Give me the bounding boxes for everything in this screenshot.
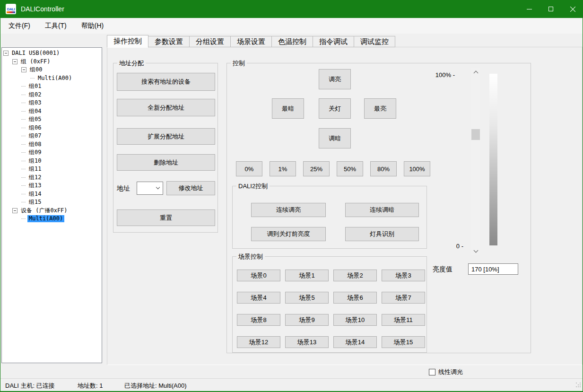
scene-button[interactable]: 场景14 (333, 336, 377, 348)
tree-node-label[interactable]: 设备 (广播0xFF) (19, 207, 69, 214)
tree-node-label[interactable]: 组 (0xFF) (19, 58, 52, 65)
tab-item[interactable]: 场景设置 (231, 36, 272, 47)
tree-node[interactable]: 组04 (2, 107, 102, 116)
tree-node[interactable]: 设备 (广播0xFF) (2, 207, 102, 215)
scene-button[interactable]: 场景0 (237, 270, 280, 281)
linear-dimming-checkbox[interactable] (429, 369, 435, 375)
menu-item[interactable]: 文件(F) (2, 19, 37, 33)
tree-node[interactable]: 组08 (2, 140, 102, 149)
modify-address-button[interactable]: 修改地址 (166, 181, 215, 195)
scene-button[interactable]: 场景3 (382, 270, 425, 281)
scene-button[interactable]: 场景1 (285, 270, 329, 281)
scroll-up-button[interactable] (471, 68, 480, 76)
tree-node[interactable]: 组14 (2, 190, 102, 199)
scene-button[interactable]: 场景13 (285, 336, 329, 348)
tree-node-label[interactable]: 组01 (27, 83, 43, 90)
scene-button[interactable]: 场景8 (237, 314, 280, 326)
delete-address-button[interactable]: 删除地址 (117, 154, 215, 171)
percent-button[interactable]: 0% (236, 161, 262, 176)
tree-node-label[interactable]: 组05 (27, 116, 43, 123)
scene-button[interactable]: 场景2 (333, 270, 377, 281)
tree-node[interactable]: 组03 (2, 99, 102, 107)
tree-node[interactable]: 组10 (2, 157, 102, 166)
tree-node-label[interactable]: 组14 (27, 191, 43, 198)
maximize-button[interactable] (540, 0, 562, 18)
tree-collapse-icon[interactable] (12, 208, 17, 213)
tree-collapse-icon[interactable] (21, 67, 26, 72)
percent-button[interactable]: 80% (370, 161, 397, 176)
scene-button[interactable]: 场景11 (382, 314, 425, 326)
tree-node[interactable]: 组07 (2, 132, 102, 140)
tree-node-label[interactable]: 组15 (27, 199, 43, 206)
tree-node-label[interactable]: 组04 (27, 108, 43, 115)
tab-item[interactable]: 色温控制 (272, 36, 313, 47)
percent-button[interactable]: 1% (270, 161, 296, 176)
tree-node[interactable]: 组01 (2, 82, 102, 91)
tree-node[interactable]: 组12 (2, 174, 102, 182)
tree-node-label[interactable]: 组08 (27, 141, 43, 148)
light-off-button[interactable]: 关灯 (319, 98, 351, 119)
percent-button[interactable]: 100% (404, 161, 430, 176)
tree-node[interactable]: 组06 (2, 124, 102, 132)
tab-item[interactable]: 操作控制 (107, 35, 148, 48)
tree-node[interactable]: Multi(A00) (2, 215, 102, 223)
tree-node[interactable]: 组09 (2, 148, 102, 157)
scene-button[interactable]: 场景9 (285, 314, 329, 326)
tree-node-label[interactable]: Multi(A00) (36, 75, 73, 82)
scene-button[interactable]: 场景15 (382, 336, 425, 348)
percent-button[interactable]: 25% (303, 161, 330, 176)
resize-grip[interactable] (576, 383, 577, 383)
scene-button[interactable]: 场景6 (333, 292, 377, 304)
tab-item[interactable]: 分组设置 (190, 36, 231, 47)
tab-item[interactable]: 参数设置 (148, 36, 190, 47)
tree-node[interactable]: 组13 (2, 182, 102, 190)
scene-button[interactable]: 场景7 (382, 292, 425, 304)
brightness-value-field[interactable]: 170 [10%] (468, 263, 518, 275)
tree-node-label[interactable]: Multi(A00) (27, 215, 64, 222)
tree-node[interactable]: 组02 (2, 91, 102, 99)
tree-node-label[interactable]: 组06 (27, 124, 43, 131)
dim-up-button[interactable]: 调亮 (319, 69, 351, 89)
tree-node-label[interactable]: 组07 (27, 132, 43, 139)
min-brightness-button[interactable]: 最暗 (272, 98, 304, 119)
tree-node[interactable]: 组00 (2, 66, 102, 74)
goto-last-level-button[interactable]: 调到关灯前亮度 (251, 227, 326, 241)
search-addressed-devices-button[interactable]: 搜索有地址的设备 (117, 73, 215, 91)
dim-down-button[interactable]: 调暗 (319, 128, 351, 148)
reset-button[interactable]: 重置 (117, 209, 215, 226)
tree-node[interactable]: 组 (0xFF) (2, 58, 102, 66)
tree-node[interactable]: 组15 (2, 198, 102, 207)
continuous-dim-down-button[interactable]: 连续调暗 (345, 203, 419, 217)
tree-node-label[interactable]: 组12 (27, 174, 43, 181)
tree-node[interactable]: 组05 (2, 115, 102, 124)
tree-node-label[interactable]: 组03 (27, 99, 43, 106)
max-brightness-button[interactable]: 最亮 (364, 98, 396, 119)
percent-button[interactable]: 50% (337, 161, 363, 176)
tree-node[interactable]: 组11 (2, 165, 102, 174)
tree-node-label[interactable]: 组09 (27, 149, 43, 156)
tree-node-label[interactable]: DALI USB(0001) (10, 50, 61, 57)
scrollbar-thumb[interactable] (471, 129, 480, 140)
assign-new-address-button[interactable]: 全新分配地址 (117, 99, 215, 116)
tree-node[interactable]: Multi(A00) (2, 74, 102, 83)
minimize-button[interactable] (518, 0, 540, 18)
tab-item[interactable]: 调试监控 (354, 36, 395, 47)
scene-button[interactable]: 场景5 (285, 292, 329, 304)
tree-node-label[interactable]: 组13 (27, 182, 43, 189)
continuous-dim-up-button[interactable]: 连续调亮 (251, 203, 326, 217)
scene-button[interactable]: 场景12 (237, 336, 280, 348)
menu-item[interactable]: 帮助(H) (75, 19, 110, 33)
tab-item[interactable]: 指令调试 (313, 36, 354, 47)
address-combobox[interactable] (137, 182, 163, 195)
tree-node[interactable]: DALI USB(0001) (2, 49, 102, 58)
scene-button[interactable]: 场景10 (333, 314, 377, 326)
tree-node-label[interactable]: 组02 (27, 91, 43, 98)
tree-node-label[interactable]: 组10 (27, 157, 43, 165)
tree-collapse-icon[interactable] (12, 59, 17, 64)
tree-node-label[interactable]: 组00 (28, 66, 44, 73)
scroll-down-button[interactable] (471, 247, 480, 255)
tree-collapse-icon[interactable] (3, 51, 9, 56)
menu-item[interactable]: 工具(T) (38, 19, 73, 33)
brightness-scrollbar[interactable] (471, 68, 480, 255)
luminaire-identify-button[interactable]: 灯具识别 (345, 227, 419, 241)
